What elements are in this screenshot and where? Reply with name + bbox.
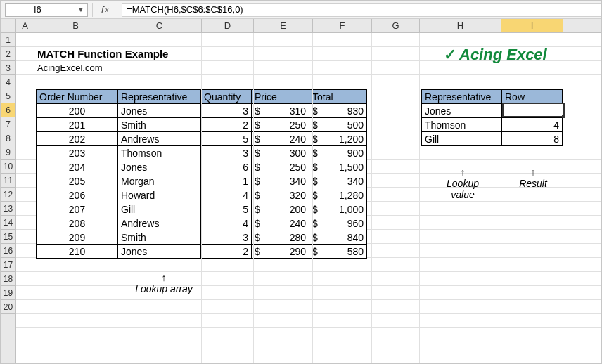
- column-header-H[interactable]: H: [420, 19, 501, 32]
- row-header-11[interactable]: 11: [1, 174, 15, 188]
- row-header-5[interactable]: 5: [1, 89, 15, 103]
- row-header-6[interactable]: 6: [1, 103, 15, 117]
- cell-qty[interactable]: 3: [201, 146, 252, 160]
- name-box[interactable]: I6 ▼: [5, 3, 88, 17]
- cell-rep[interactable]: Smith: [118, 118, 201, 132]
- cell-qty[interactable]: 5: [201, 132, 252, 146]
- cell-price[interactable]: $200: [252, 202, 309, 216]
- cell-order[interactable]: 203: [37, 146, 118, 160]
- cell-price[interactable]: $280: [252, 230, 309, 245]
- cell-rep[interactable]: Morgan: [118, 174, 201, 188]
- row-header-17[interactable]: 17: [1, 258, 15, 272]
- cell-order[interactable]: 210: [37, 245, 118, 259]
- cell-total[interactable]: $930: [309, 104, 367, 118]
- row-header-12[interactable]: 12: [1, 188, 15, 202]
- row-headers[interactable]: 1234567891011121314151617181920: [1, 33, 16, 363]
- cell-qty[interactable]: 4: [201, 188, 252, 202]
- cell-rep[interactable]: Thomson: [422, 118, 502, 132]
- cell-qty[interactable]: 4: [201, 216, 252, 230]
- row-header-15[interactable]: 15: [1, 230, 15, 244]
- cell-total[interactable]: $960: [309, 216, 367, 230]
- column-header-F[interactable]: F: [313, 19, 372, 32]
- table-row[interactable]: Jones1: [422, 104, 563, 118]
- row-header-14[interactable]: 14: [1, 216, 15, 230]
- cell-rep[interactable]: Thomson: [118, 146, 201, 160]
- cell-order[interactable]: 200: [37, 104, 118, 118]
- row-header-3[interactable]: 3: [1, 61, 15, 75]
- cell-order[interactable]: 208: [37, 216, 118, 230]
- cell-rep[interactable]: Jones: [118, 245, 201, 259]
- cell-order[interactable]: 202: [37, 132, 118, 146]
- cell-qty[interactable]: 1: [201, 174, 252, 188]
- cell-rep[interactable]: Andrews: [118, 216, 201, 230]
- cell-price[interactable]: $250: [252, 118, 309, 132]
- cell-price[interactable]: $290: [252, 245, 309, 259]
- cell-order[interactable]: 207: [37, 202, 118, 216]
- row-header-7[interactable]: 7: [1, 117, 15, 131]
- column-headers[interactable]: ABCDEFGHI: [16, 19, 601, 33]
- cell-order[interactable]: 205: [37, 174, 118, 188]
- cell-price[interactable]: $320: [252, 188, 309, 202]
- cell-order[interactable]: 201: [37, 118, 118, 132]
- cell-order[interactable]: 204: [37, 160, 118, 174]
- cell-order[interactable]: 206: [37, 188, 118, 202]
- cell-price[interactable]: $240: [252, 132, 309, 146]
- row-header-1[interactable]: 1: [1, 33, 15, 47]
- cell-rep[interactable]: Smith: [118, 230, 201, 245]
- column-header-C[interactable]: C: [117, 19, 202, 32]
- cell-total[interactable]: $1,280: [309, 188, 367, 202]
- cell-total[interactable]: $580: [309, 245, 367, 259]
- column-header-I[interactable]: I: [501, 19, 563, 32]
- cell-qty[interactable]: 5: [201, 202, 252, 216]
- row-header-9[interactable]: 9: [1, 145, 15, 160]
- column-header-B[interactable]: B: [34, 19, 117, 32]
- table-row[interactable]: Thomson4: [422, 118, 563, 132]
- column-header-A[interactable]: A: [16, 19, 34, 32]
- cell-qty[interactable]: 6: [201, 160, 252, 174]
- cell-total[interactable]: $340: [309, 174, 367, 188]
- row-header-16[interactable]: 16: [1, 244, 15, 258]
- cell-row[interactable]: 4: [502, 118, 563, 132]
- cell-rep[interactable]: Gill: [422, 132, 502, 146]
- row-header-8[interactable]: 8: [1, 131, 15, 145]
- row-header-2[interactable]: 2: [1, 47, 15, 61]
- cell-qty[interactable]: 2: [201, 118, 252, 132]
- cell-price[interactable]: $340: [252, 174, 309, 188]
- cell-qty[interactable]: 3: [201, 230, 252, 245]
- cell-row[interactable]: 8: [502, 132, 563, 146]
- cell-rep[interactable]: Gill: [118, 202, 201, 216]
- cell-rep[interactable]: Jones: [118, 160, 201, 174]
- cell-total[interactable]: $500: [309, 118, 367, 132]
- cell-price[interactable]: $300: [252, 146, 309, 160]
- formula-input[interactable]: =MATCH(H6,$C$6:$C$16,0): [122, 3, 601, 17]
- column-header-G[interactable]: G: [372, 19, 420, 32]
- row-header-20[interactable]: 20: [1, 300, 15, 314]
- cell-rep[interactable]: Howard: [118, 188, 201, 202]
- row-header-4[interactable]: 4: [1, 75, 15, 89]
- cells-area[interactable]: MATCH Function Example AcingExcel.com ✓ …: [16, 33, 601, 363]
- cell-qty[interactable]: 2: [201, 245, 252, 259]
- row-header-10[interactable]: 10: [1, 160, 15, 174]
- cell-total[interactable]: $1,500: [309, 160, 367, 174]
- cell-total[interactable]: $900: [309, 146, 367, 160]
- cell-row[interactable]: 1: [502, 104, 563, 118]
- cell-order[interactable]: 209: [37, 230, 118, 245]
- cell-total[interactable]: $1,000: [309, 202, 367, 216]
- cell-price[interactable]: $250: [252, 160, 309, 174]
- cell-rep[interactable]: Andrews: [118, 132, 201, 146]
- cell-price[interactable]: $240: [252, 216, 309, 230]
- cell-price[interactable]: $310: [252, 104, 309, 118]
- spreadsheet-grid[interactable]: ABCDEFGHI 123456789101112131415161718192…: [1, 19, 601, 363]
- cell-total[interactable]: $1,200: [309, 132, 367, 146]
- cell-rep[interactable]: Jones: [422, 104, 502, 118]
- row-header-18[interactable]: 18: [1, 272, 15, 286]
- row-header-13[interactable]: 13: [1, 202, 15, 216]
- table-row[interactable]: Gill8: [422, 132, 563, 146]
- cell-rep[interactable]: Jones: [118, 104, 201, 118]
- cell-total[interactable]: $840: [309, 230, 367, 245]
- fx-icon[interactable]: fx: [97, 4, 113, 15]
- chevron-down-icon[interactable]: ▼: [76, 5, 86, 15]
- row-header-19[interactable]: 19: [1, 286, 15, 300]
- column-header-E[interactable]: E: [254, 19, 313, 32]
- column-header-D[interactable]: D: [202, 19, 254, 32]
